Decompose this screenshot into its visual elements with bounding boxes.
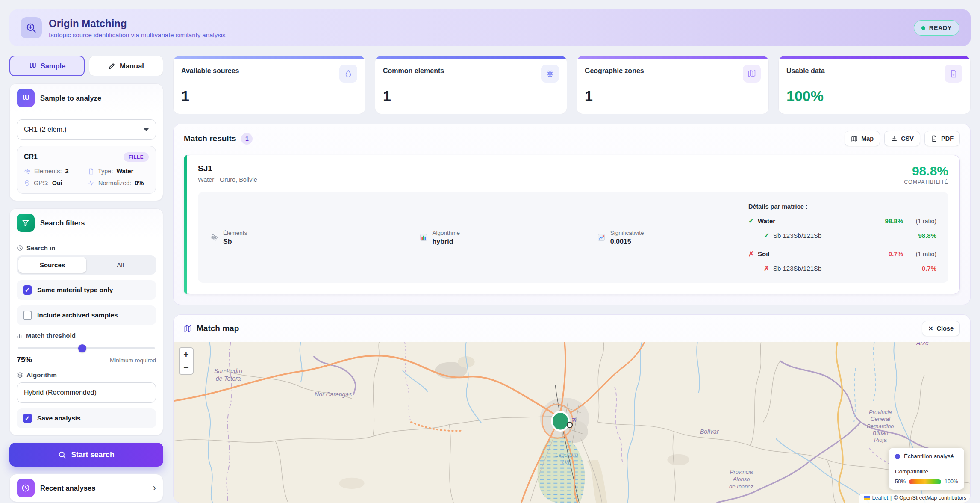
zoom-out-button[interactable]: − [180,361,193,374]
checkbox-icon[interactable] [23,311,32,320]
match-score: 98.8% [904,164,948,178]
stat-usable-data: Usable data 100% [778,56,971,114]
legend-max: 100% [945,479,958,485]
stat-available-sources: Available sources 1 [173,56,365,114]
recent-analyses-label: Recent analyses [40,484,95,492]
legend-marker-icon [895,454,900,459]
metric-significance: Significativité 0.0015 [597,230,733,246]
map-attribution: Leaflet | © OpenStreetMap contributors [859,494,971,503]
threshold-value: 75% [17,355,32,364]
document-icon [88,168,94,175]
close-icon: ✕ [928,325,933,332]
clock-icon [17,245,23,251]
checkbox-include-archived[interactable]: Include archived samples [17,305,156,325]
start-search-button[interactable]: Start search [9,443,163,467]
test-tubes-icon [29,62,37,70]
map-label-bolivar: Bolívar [700,428,719,435]
cross-icon: ✗ [764,264,773,272]
algorithm-select[interactable]: Hybrid (Recommended) [17,382,156,403]
match-details: Éléments Sb [198,192,948,283]
city-marker[interactable] [567,422,572,428]
map-label-arze: Arze [916,342,929,347]
zoom-in-button[interactable]: + [180,348,193,361]
tab-manual[interactable]: Manual [89,56,163,76]
map-button[interactable]: Map [845,131,880,146]
segment-sources[interactable]: Sources [18,257,86,273]
sample-select[interactable]: CR1 (2 élém.) [17,119,156,140]
legend-sample-label: Échantillon analysé [904,453,954,459]
search-in-segmented: Sources All [17,255,156,275]
droplet-icon [339,65,357,83]
checkbox-same-material[interactable]: Same material type only [17,280,156,300]
map-canvas[interactable]: ✈ Oruro San Pedrode Totora Nor Carangas … [174,342,970,503]
segment-all[interactable]: All [86,257,154,273]
stat-geographic-zones: Geographic zones 1 [577,56,769,114]
threshold-hint: Minimum required [110,357,156,364]
cross-icon: ✗ [748,250,758,258]
legend-min: 50% [895,479,906,485]
match-result-card[interactable]: SJ1 Water - Oruro, Bolivie 98.8% COMPATI… [184,155,960,294]
matrix-subrow: ✓ Sb 123Sb/121Sb 98.8% [764,231,936,240]
slider-handle[interactable] [78,344,86,352]
download-icon [891,135,898,142]
csv-button[interactable]: CSV [884,131,920,146]
sample-card-title: Sample to analyze [40,94,101,102]
map-icon [184,325,192,333]
algorithm-select-value: Hybrid (Recommended) [24,389,97,396]
leaflet-link[interactable]: Leaflet [872,495,889,501]
sample-card: Sample to analyze CR1 (2 élém.) CR1 FILL… [9,83,163,201]
matrix-row: ✓ Water 98.8% (1 ratio) [748,217,936,225]
tab-sample[interactable]: Sample [9,56,85,76]
test-tubes-tile-icon [17,89,35,107]
checkbox-icon[interactable] [23,414,32,423]
sample-field: Normalized: 0% [88,180,149,186]
map-label-alonso: ProvinciaAlonsode Ibáñez [729,469,753,491]
status-badge: READY [914,20,959,36]
metric-elements: Éléments Sb [210,230,419,246]
filters-card-title: Search filters [40,219,85,227]
sample-select-value: CR1 (2 élém.) [24,126,67,133]
map-label-nor-carangas: Nor Carangas [315,391,352,398]
atom-icon [541,65,559,83]
bar-chart-icon [17,333,23,339]
map-icon [851,135,858,142]
header-banner: Origin Matching Isotopic source identifi… [9,9,971,46]
map-terrain: ✈ Oruro [174,342,970,503]
match-map-panel: Match map ✕ Close [173,314,971,503]
status-text: READY [929,24,952,31]
mode-tabs: Sample Manual [9,56,163,76]
funnel-tile-icon [17,214,35,232]
page-subtitle: Isotopic source identification via multi… [49,31,226,38]
match-score-label: COMPATIBILITÉ [904,179,948,185]
recent-analyses-item[interactable]: Recent analyses › [9,474,163,502]
map-pin-icon [24,180,30,186]
map-icon [743,65,761,83]
clock-tile-icon [17,479,35,497]
metric-algorithm: Algorithme hybrid [419,230,597,246]
pdf-button[interactable]: PDF [924,131,960,146]
matrix-title: Détails par matrice : [748,203,936,210]
checkbox-save-analysis[interactable]: Save analysis [17,408,156,428]
checkbox-icon[interactable] [23,285,32,295]
layers-icon [17,372,23,378]
pencil-icon [108,62,116,70]
threshold-label: Match threshold [17,332,156,339]
compatibility-gradient-bar [909,479,941,484]
map-label-totora: San Pedrode Totora [214,367,242,382]
threshold-slider[interactable] [18,344,155,352]
search-in-label: Search in [17,244,156,252]
sample-name: CR1 [24,153,38,161]
chevron-down-icon [144,128,149,131]
sample-marker[interactable] [552,412,569,431]
atom-icon [24,168,31,175]
sample-field: Elements: 2 [24,168,85,175]
close-map-button[interactable]: ✕ Close [922,321,960,336]
legend-compat-label: Compatibilité [895,468,958,475]
line-chart-icon [597,233,606,242]
stat-common-elements: Common elements 1 [375,56,567,114]
algorithm-label: Algorithm [17,371,156,379]
sample-field: GPS: Oui [24,180,85,186]
matrix-details: Détails par matrice : ✓ Water 98.8% (1 r… [748,202,936,272]
osm-attribution[interactable]: © OpenStreetMap contributors [894,495,966,501]
file-check-icon [945,65,962,83]
